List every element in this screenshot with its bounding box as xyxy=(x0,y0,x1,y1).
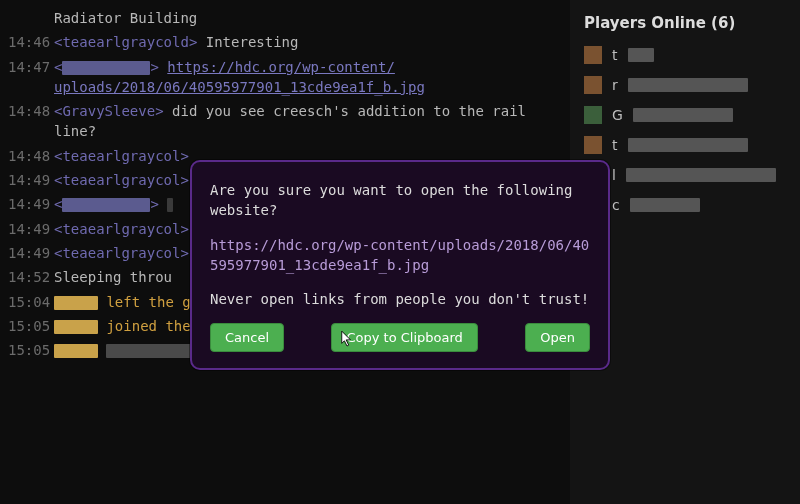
timestamp: 14:48 xyxy=(8,146,54,166)
nick: teaearlgraycol xyxy=(62,172,180,188)
chat-text: Interesting xyxy=(206,34,299,50)
chat-text: Radiator Building xyxy=(54,10,197,26)
player-list: trGtlc xyxy=(584,46,786,214)
timestamp: 14:46 xyxy=(8,32,54,52)
timestamp: 14:48 xyxy=(8,101,54,121)
timestamp: 15:05 xyxy=(8,316,54,336)
player-name: l xyxy=(612,167,616,183)
censored-nick xyxy=(62,61,150,75)
copy-to-clipboard-button[interactable]: Copy to Clipboard xyxy=(331,323,477,352)
timestamp: 14:49 xyxy=(8,194,54,214)
dialog-url: https://hdc.org/wp-content/uploads/2018/… xyxy=(210,235,590,276)
avatar xyxy=(584,46,602,64)
timestamp: 14:49 xyxy=(8,243,54,263)
player-row[interactable]: c xyxy=(584,196,786,214)
player-row[interactable]: t xyxy=(584,136,786,154)
player-name: G xyxy=(612,107,623,123)
nick: GravySleeve xyxy=(62,103,155,119)
timestamp: 14:49 xyxy=(8,219,54,239)
chat-row: 14:46<teaearlgraycold> Interesting xyxy=(8,32,562,52)
avatar xyxy=(584,136,602,154)
censored-nick xyxy=(62,198,150,212)
chat-body: Radiator Building xyxy=(54,8,562,28)
dialog-warning: Never open links from people you don't t… xyxy=(210,289,590,309)
open-button[interactable]: Open xyxy=(525,323,590,352)
nick: teaearlgraycold xyxy=(62,34,188,50)
open-link-dialog: Are you sure you want to open the follow… xyxy=(190,160,610,370)
player-name: t xyxy=(612,137,618,153)
chat-row: 14:47<> https://hdc.org/wp-content/uploa… xyxy=(8,57,562,98)
dialog-button-row: Cancel Copy to Clipboard Open xyxy=(210,323,590,352)
player-row[interactable]: t xyxy=(584,46,786,64)
chat-text: Sleeping throu xyxy=(54,269,172,285)
player-name: t xyxy=(612,47,618,63)
timestamp: 15:05 xyxy=(8,340,54,360)
player-row[interactable]: r xyxy=(584,76,786,94)
player-row[interactable]: l xyxy=(584,166,786,184)
timestamp: 14:47 xyxy=(8,57,54,77)
nick: teaearlgraycol xyxy=(62,245,180,261)
chat-row: Radiator Building xyxy=(8,8,562,28)
player-name: r xyxy=(612,77,618,93)
nick: teaearlgraycol xyxy=(62,148,180,164)
player-name: c xyxy=(612,197,620,213)
nick: teaearlgraycol xyxy=(62,221,180,237)
avatar xyxy=(584,76,602,94)
dialog-question: Are you sure you want to open the follow… xyxy=(210,180,590,221)
chat-body: <teaearlgraycold> Interesting xyxy=(54,32,562,52)
timestamp: 14:52 xyxy=(8,267,54,287)
timestamp: 15:04 xyxy=(8,292,54,312)
copy-button-label: Copy to Clipboard xyxy=(346,330,462,345)
avatar xyxy=(584,106,602,124)
sidebar-title: Players Online (6) xyxy=(584,14,786,32)
chat-body: <> https://hdc.org/wp-content/uploads/20… xyxy=(54,57,562,98)
chat-body: <GravySleeve> did you see creesch's addi… xyxy=(54,101,562,142)
timestamp: 14:49 xyxy=(8,170,54,190)
player-row[interactable]: G xyxy=(584,106,786,124)
chat-row: 14:48<GravySleeve> did you see creesch's… xyxy=(8,101,562,142)
cancel-button[interactable]: Cancel xyxy=(210,323,284,352)
